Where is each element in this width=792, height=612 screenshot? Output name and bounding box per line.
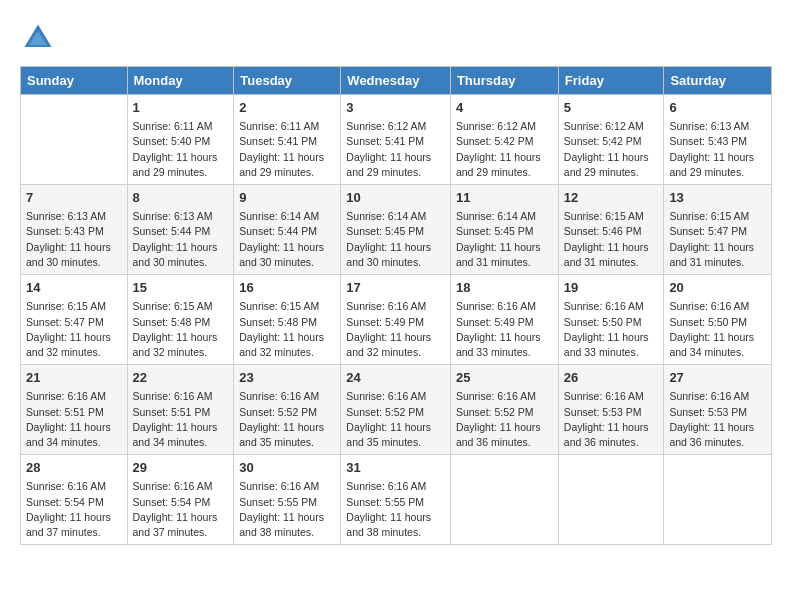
day-info: Sunrise: 6:15 AM Sunset: 5:48 PM Dayligh… — [239, 299, 335, 360]
day-cell: 12Sunrise: 6:15 AM Sunset: 5:46 PM Dayli… — [558, 185, 664, 275]
day-number: 6 — [669, 99, 766, 117]
day-cell: 5Sunrise: 6:12 AM Sunset: 5:42 PM Daylig… — [558, 95, 664, 185]
day-info: Sunrise: 6:16 AM Sunset: 5:54 PM Dayligh… — [133, 479, 229, 540]
day-info: Sunrise: 6:16 AM Sunset: 5:54 PM Dayligh… — [26, 479, 122, 540]
day-number: 10 — [346, 189, 445, 207]
day-number: 19 — [564, 279, 659, 297]
day-number: 7 — [26, 189, 122, 207]
day-info: Sunrise: 6:16 AM Sunset: 5:52 PM Dayligh… — [239, 389, 335, 450]
day-cell: 3Sunrise: 6:12 AM Sunset: 5:41 PM Daylig… — [341, 95, 451, 185]
day-info: Sunrise: 6:16 AM Sunset: 5:50 PM Dayligh… — [564, 299, 659, 360]
day-cell: 29Sunrise: 6:16 AM Sunset: 5:54 PM Dayli… — [127, 455, 234, 545]
day-cell: 17Sunrise: 6:16 AM Sunset: 5:49 PM Dayli… — [341, 275, 451, 365]
day-cell: 4Sunrise: 6:12 AM Sunset: 5:42 PM Daylig… — [450, 95, 558, 185]
day-header: Wednesday — [341, 67, 451, 95]
day-cell: 23Sunrise: 6:16 AM Sunset: 5:52 PM Dayli… — [234, 365, 341, 455]
day-info: Sunrise: 6:13 AM Sunset: 5:44 PM Dayligh… — [133, 209, 229, 270]
page-header — [20, 20, 772, 56]
day-number: 18 — [456, 279, 553, 297]
day-info: Sunrise: 6:16 AM Sunset: 5:53 PM Dayligh… — [669, 389, 766, 450]
day-cell: 13Sunrise: 6:15 AM Sunset: 5:47 PM Dayli… — [664, 185, 772, 275]
logo-icon — [20, 20, 56, 56]
day-number: 8 — [133, 189, 229, 207]
day-info: Sunrise: 6:16 AM Sunset: 5:49 PM Dayligh… — [346, 299, 445, 360]
day-cell: 19Sunrise: 6:16 AM Sunset: 5:50 PM Dayli… — [558, 275, 664, 365]
day-number: 1 — [133, 99, 229, 117]
day-header: Monday — [127, 67, 234, 95]
day-header: Tuesday — [234, 67, 341, 95]
day-header: Sunday — [21, 67, 128, 95]
day-cell: 27Sunrise: 6:16 AM Sunset: 5:53 PM Dayli… — [664, 365, 772, 455]
day-number: 25 — [456, 369, 553, 387]
day-number: 27 — [669, 369, 766, 387]
day-info: Sunrise: 6:14 AM Sunset: 5:45 PM Dayligh… — [456, 209, 553, 270]
day-info: Sunrise: 6:12 AM Sunset: 5:42 PM Dayligh… — [564, 119, 659, 180]
day-cell: 1Sunrise: 6:11 AM Sunset: 5:40 PM Daylig… — [127, 95, 234, 185]
day-info: Sunrise: 6:13 AM Sunset: 5:43 PM Dayligh… — [669, 119, 766, 180]
calendar-header: SundayMondayTuesdayWednesdayThursdayFrid… — [21, 67, 772, 95]
day-cell: 2Sunrise: 6:11 AM Sunset: 5:41 PM Daylig… — [234, 95, 341, 185]
week-row: 21Sunrise: 6:16 AM Sunset: 5:51 PM Dayli… — [21, 365, 772, 455]
day-info: Sunrise: 6:16 AM Sunset: 5:55 PM Dayligh… — [239, 479, 335, 540]
day-cell: 8Sunrise: 6:13 AM Sunset: 5:44 PM Daylig… — [127, 185, 234, 275]
day-header: Saturday — [664, 67, 772, 95]
day-info: Sunrise: 6:12 AM Sunset: 5:41 PM Dayligh… — [346, 119, 445, 180]
day-info: Sunrise: 6:16 AM Sunset: 5:50 PM Dayligh… — [669, 299, 766, 360]
day-info: Sunrise: 6:16 AM Sunset: 5:52 PM Dayligh… — [456, 389, 553, 450]
day-info: Sunrise: 6:16 AM Sunset: 5:52 PM Dayligh… — [346, 389, 445, 450]
day-cell: 25Sunrise: 6:16 AM Sunset: 5:52 PM Dayli… — [450, 365, 558, 455]
day-header: Friday — [558, 67, 664, 95]
day-number: 22 — [133, 369, 229, 387]
day-info: Sunrise: 6:16 AM Sunset: 5:51 PM Dayligh… — [133, 389, 229, 450]
day-info: Sunrise: 6:15 AM Sunset: 5:48 PM Dayligh… — [133, 299, 229, 360]
day-number: 4 — [456, 99, 553, 117]
week-row: 7Sunrise: 6:13 AM Sunset: 5:43 PM Daylig… — [21, 185, 772, 275]
calendar-table: SundayMondayTuesdayWednesdayThursdayFrid… — [20, 66, 772, 545]
day-number: 17 — [346, 279, 445, 297]
day-cell: 11Sunrise: 6:14 AM Sunset: 5:45 PM Dayli… — [450, 185, 558, 275]
day-number: 29 — [133, 459, 229, 477]
day-cell: 15Sunrise: 6:15 AM Sunset: 5:48 PM Dayli… — [127, 275, 234, 365]
day-cell: 14Sunrise: 6:15 AM Sunset: 5:47 PM Dayli… — [21, 275, 128, 365]
calendar-body: 1Sunrise: 6:11 AM Sunset: 5:40 PM Daylig… — [21, 95, 772, 545]
day-cell: 28Sunrise: 6:16 AM Sunset: 5:54 PM Dayli… — [21, 455, 128, 545]
day-cell: 18Sunrise: 6:16 AM Sunset: 5:49 PM Dayli… — [450, 275, 558, 365]
day-cell: 21Sunrise: 6:16 AM Sunset: 5:51 PM Dayli… — [21, 365, 128, 455]
day-cell: 26Sunrise: 6:16 AM Sunset: 5:53 PM Dayli… — [558, 365, 664, 455]
day-number: 28 — [26, 459, 122, 477]
week-row: 1Sunrise: 6:11 AM Sunset: 5:40 PM Daylig… — [21, 95, 772, 185]
day-number: 13 — [669, 189, 766, 207]
header-row: SundayMondayTuesdayWednesdayThursdayFrid… — [21, 67, 772, 95]
day-cell: 20Sunrise: 6:16 AM Sunset: 5:50 PM Dayli… — [664, 275, 772, 365]
day-number: 16 — [239, 279, 335, 297]
day-number: 23 — [239, 369, 335, 387]
day-info: Sunrise: 6:11 AM Sunset: 5:40 PM Dayligh… — [133, 119, 229, 180]
day-info: Sunrise: 6:15 AM Sunset: 5:47 PM Dayligh… — [669, 209, 766, 270]
day-number: 26 — [564, 369, 659, 387]
day-cell — [558, 455, 664, 545]
day-cell — [450, 455, 558, 545]
day-cell: 30Sunrise: 6:16 AM Sunset: 5:55 PM Dayli… — [234, 455, 341, 545]
day-cell — [21, 95, 128, 185]
day-cell: 10Sunrise: 6:14 AM Sunset: 5:45 PM Dayli… — [341, 185, 451, 275]
day-info: Sunrise: 6:16 AM Sunset: 5:49 PM Dayligh… — [456, 299, 553, 360]
logo — [20, 20, 62, 56]
day-cell: 6Sunrise: 6:13 AM Sunset: 5:43 PM Daylig… — [664, 95, 772, 185]
day-info: Sunrise: 6:16 AM Sunset: 5:55 PM Dayligh… — [346, 479, 445, 540]
day-info: Sunrise: 6:16 AM Sunset: 5:51 PM Dayligh… — [26, 389, 122, 450]
day-cell: 9Sunrise: 6:14 AM Sunset: 5:44 PM Daylig… — [234, 185, 341, 275]
day-info: Sunrise: 6:16 AM Sunset: 5:53 PM Dayligh… — [564, 389, 659, 450]
day-info: Sunrise: 6:12 AM Sunset: 5:42 PM Dayligh… — [456, 119, 553, 180]
day-number: 9 — [239, 189, 335, 207]
day-number: 2 — [239, 99, 335, 117]
day-number: 12 — [564, 189, 659, 207]
day-cell — [664, 455, 772, 545]
day-cell: 16Sunrise: 6:15 AM Sunset: 5:48 PM Dayli… — [234, 275, 341, 365]
day-number: 20 — [669, 279, 766, 297]
day-info: Sunrise: 6:14 AM Sunset: 5:44 PM Dayligh… — [239, 209, 335, 270]
day-number: 31 — [346, 459, 445, 477]
day-number: 11 — [456, 189, 553, 207]
day-header: Thursday — [450, 67, 558, 95]
day-number: 14 — [26, 279, 122, 297]
day-number: 21 — [26, 369, 122, 387]
